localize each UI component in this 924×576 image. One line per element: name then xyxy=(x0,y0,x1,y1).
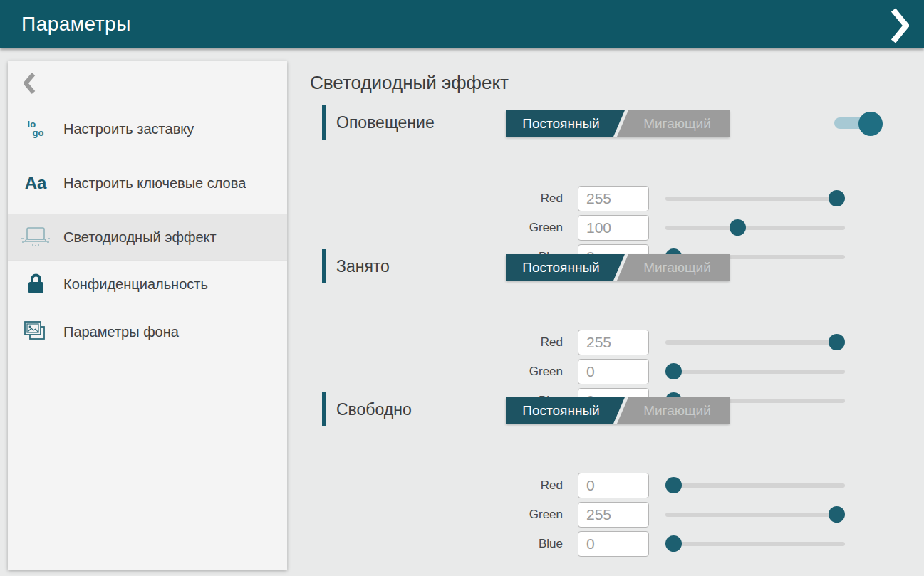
mode-toggle-group: Мигающий Постоянный xyxy=(506,397,730,424)
rgb-row-red: Red xyxy=(322,330,845,355)
sidebar-item-keywords[interactable]: Aa Настроить ключевые слова xyxy=(8,152,287,214)
rgb-row-green: Green xyxy=(322,359,845,384)
mode-constant-label: Постоянный xyxy=(522,260,599,276)
mode-constant-label: Постоянный xyxy=(522,116,599,132)
red-slider[interactable] xyxy=(665,473,845,498)
switch-knob xyxy=(858,112,883,136)
slider-thumb[interactable] xyxy=(829,190,845,206)
mode-constant-button[interactable]: Постоянный xyxy=(506,254,625,281)
sidebar-back-button[interactable] xyxy=(8,61,287,105)
mode-constant-label: Постоянный xyxy=(522,403,599,419)
mode-constant-button[interactable]: Постоянный xyxy=(506,397,625,424)
red-value-input[interactable] xyxy=(578,473,649,498)
slider-track xyxy=(665,226,845,230)
keywords-icon: Aa xyxy=(8,173,63,193)
slider-track xyxy=(665,370,845,374)
rgb-row-red: Red xyxy=(322,473,845,498)
blue-value-input[interactable] xyxy=(578,531,649,557)
chevron-right-icon xyxy=(891,8,909,43)
slider-thumb[interactable] xyxy=(829,506,845,523)
red-slider[interactable] xyxy=(665,330,845,355)
sidebar-item-label: Светодиодный эффект xyxy=(63,228,235,246)
slider-track xyxy=(665,542,845,546)
mode-blinking-button[interactable]: Мигающий xyxy=(625,110,730,137)
sidebar-item-background[interactable]: Параметры фона xyxy=(8,308,287,355)
sidebar-item-splash-screen[interactable]: logo Настроить заставку xyxy=(8,105,287,152)
slider-track xyxy=(665,513,845,517)
blue-slider[interactable] xyxy=(665,531,845,557)
mode-toggle-group: Мигающий Постоянный xyxy=(506,254,730,281)
green-slider[interactable] xyxy=(665,359,845,384)
slider-thumb[interactable] xyxy=(665,535,682,552)
green-slider[interactable] xyxy=(665,215,845,241)
blue-label: Blue xyxy=(322,537,563,551)
green-value-input[interactable] xyxy=(578,502,649,528)
mode-constant-button[interactable]: Постоянный xyxy=(506,110,625,137)
green-label: Green xyxy=(322,365,563,379)
section-label: Занято xyxy=(336,249,390,283)
mode-blinking-label: Мигающий xyxy=(643,403,711,419)
sidebar-item-label: Настроить заставку xyxy=(63,120,212,138)
section-label: Свободно xyxy=(336,392,412,426)
red-label: Red xyxy=(322,192,563,206)
topbar: Параметры xyxy=(0,0,924,48)
slider-track xyxy=(665,197,845,201)
section-accent-bar xyxy=(322,249,326,283)
section-free: Свободно Мигающий Постоянный Red xyxy=(322,392,845,560)
background-images-icon xyxy=(8,320,63,344)
mode-blinking-label: Мигающий xyxy=(643,260,711,276)
logo-icon: logo xyxy=(8,120,63,136)
red-slider[interactable] xyxy=(665,186,845,211)
chevron-left-icon xyxy=(24,72,36,95)
slider-track xyxy=(665,340,845,345)
slider-track xyxy=(665,483,845,488)
red-label: Red xyxy=(322,478,563,493)
slider-thumb[interactable] xyxy=(665,477,682,493)
rgb-row-blue: Blue xyxy=(322,531,845,557)
section-label: Оповещение xyxy=(336,105,435,140)
green-value-input[interactable] xyxy=(578,359,649,384)
slider-thumb[interactable] xyxy=(829,334,845,350)
content-title: Светодиодный эффект xyxy=(310,72,509,94)
rgb-row-green: Green xyxy=(322,215,845,241)
green-value-input[interactable] xyxy=(578,215,649,241)
section-accent-bar xyxy=(322,105,326,140)
led-display-icon xyxy=(8,226,63,248)
sidebar-item-led-effect[interactable]: Светодиодный эффект xyxy=(8,214,287,261)
sidebar-item-label: Параметры фона xyxy=(63,323,197,341)
mode-blinking-label: Мигающий xyxy=(643,116,711,132)
mode-toggle-group: Мигающий Постоянный xyxy=(506,110,730,137)
green-label: Green xyxy=(322,508,563,522)
page-title: Параметры xyxy=(21,13,131,36)
mode-blinking-button[interactable]: Мигающий xyxy=(625,254,730,281)
sidebar-item-label: Настроить ключевые слова xyxy=(63,174,264,192)
red-value-input[interactable] xyxy=(578,186,649,211)
slider-thumb[interactable] xyxy=(730,219,746,236)
sidebar: logo Настроить заставку Aa Настроить клю… xyxy=(8,61,287,570)
red-label: Red xyxy=(322,335,563,350)
settings-window: Параметры logo Настроить заставку Aa Нас… xyxy=(0,0,924,576)
mode-blinking-button[interactable]: Мигающий xyxy=(625,397,730,424)
rgb-row-red: Red xyxy=(322,186,845,211)
slider-thumb[interactable] xyxy=(665,363,682,379)
sidebar-item-privacy[interactable]: Конфиденциальность xyxy=(8,261,287,308)
sidebar-item-label: Конфиденциальность xyxy=(63,275,227,293)
green-slider[interactable] xyxy=(665,502,845,528)
red-value-input[interactable] xyxy=(578,330,649,355)
forward-chevron-button[interactable] xyxy=(886,10,914,41)
section-accent-bar xyxy=(322,392,326,426)
green-label: Green xyxy=(322,221,563,235)
alert-enabled-switch[interactable] xyxy=(834,112,876,136)
section-alert: Оповещение Мигающий Постоянный Red xyxy=(322,105,845,273)
lock-icon xyxy=(8,273,63,295)
rgb-row-green: Green xyxy=(322,502,845,528)
